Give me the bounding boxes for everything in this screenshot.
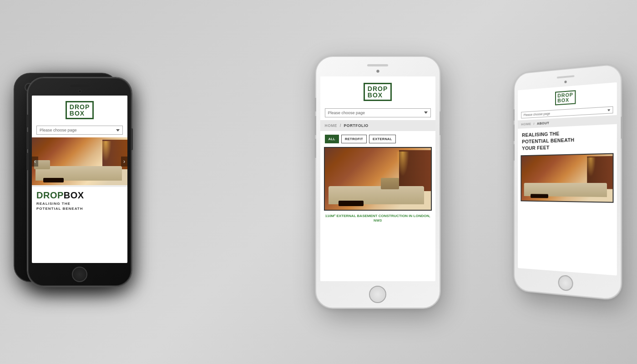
black-phone-screen: DROP BOX Please choose page	[32, 96, 127, 263]
phone-black-container: DROP BOX Please choose page	[27, 77, 132, 287]
right-about-heading: REALISING THE POTENTIAL BENEATH YOUR FEE…	[518, 124, 617, 155]
volume-down-button-icon	[26, 153, 28, 170]
black-logo-box: DROP BOX	[66, 101, 94, 119]
black-screen-content: DROP BOX Please choose page	[32, 96, 127, 263]
right-breadcrumb-separator: /	[534, 121, 536, 126]
lamp-glow-icon	[100, 141, 111, 162]
center-logo-area: DROP BOX	[320, 76, 435, 106]
phone-right: DROP BOX Please choose page HOME / ABOUT	[514, 63, 622, 301]
right-dropdown-arrow-icon	[607, 109, 610, 111]
black-brand-drop: DROP	[36, 190, 64, 200]
center-filter-buttons: ALL RETROFIT EXTERNAL	[320, 131, 435, 147]
plant2-icon	[381, 178, 399, 189]
right-camera-front-icon	[564, 81, 567, 83]
right-coffee-table-icon	[531, 194, 548, 198]
black-tagline: REALISING THE POTENTIAL BENEATH	[36, 201, 123, 211]
right-screen-content: DROP BOX Please choose page HOME / ABOUT	[518, 82, 617, 276]
right-home-button[interactable]	[558, 275, 573, 292]
right-volume-up-button-icon	[513, 125, 515, 142]
slider-left-arrow[interactable]: ‹	[32, 157, 38, 167]
black-dropdown-text: Please choose page	[40, 128, 77, 132]
center-screen-content: DROP BOX Please choose page HOME / PORTF…	[320, 76, 435, 281]
black-brand-box: BOX	[64, 190, 84, 200]
black-hero-text: DROPBOX REALISING THE POTENTIAL BENEATH	[32, 187, 127, 215]
center-project-title: 110M² EXTERNAL BASEMENT CONSTRUCTION IN …	[320, 211, 435, 227]
scene: DROP BOX Please choose page	[0, 0, 637, 364]
black-logo-drop: DROP	[70, 104, 90, 110]
mute-button-icon	[26, 115, 28, 127]
center-volume-down-button-icon	[314, 139, 316, 158]
center-earpiece-icon	[367, 64, 388, 66]
black-page-dropdown[interactable]: Please choose page	[36, 126, 123, 135]
black-hero-image: ‹ ›	[32, 137, 127, 185]
center-logo-box: DROP BOX	[364, 83, 392, 101]
center-home-button[interactable]	[369, 286, 386, 303]
center-volume-up-button-icon	[314, 116, 316, 135]
breadcrumb-separator: /	[340, 123, 343, 128]
right-breadcrumb-current: ABOUT	[537, 121, 549, 126]
lamp2-glow-icon	[396, 152, 409, 177]
filter-all-button[interactable]: ALL	[325, 135, 339, 143]
phone-center: DROP BOX Please choose page HOME / PORTF…	[315, 56, 440, 308]
center-page-dropdown[interactable]: Please choose page	[325, 108, 431, 117]
center-power-button-icon	[440, 111, 441, 135]
top-area	[28, 78, 131, 96]
phone-right-container: DROP BOX Please choose page HOME / ABOUT	[514, 63, 622, 301]
power-button-icon	[131, 128, 133, 150]
right-earpiece-icon	[556, 75, 574, 78]
black-home-button[interactable]	[72, 267, 87, 282]
phone-black-front: DROP BOX Please choose page	[27, 77, 132, 287]
right-dropdown-text: Please choose page	[524, 112, 550, 116]
right-phone-screen: DROP BOX Please choose page HOME / ABOUT	[518, 82, 617, 276]
coffee-table-icon	[43, 178, 64, 182]
phone-center-container: DROP BOX Please choose page HOME / PORTF…	[315, 56, 440, 308]
right-mute-button-icon	[513, 109, 515, 121]
right-logo-box-text: BOX	[557, 97, 573, 103]
center-dropdown-text: Please choose page	[328, 111, 365, 115]
center-dropdown-arrow-icon	[424, 111, 428, 114]
filter-retrofit-button[interactable]: RETROFIT	[341, 135, 367, 143]
center-top-area	[316, 57, 440, 76]
breadcrumb-home: HOME	[325, 123, 338, 128]
center-camera-front-icon	[376, 70, 379, 73]
center-logo-box-text: BOX	[368, 92, 388, 98]
black-logo-box-text: BOX	[70, 110, 90, 116]
center-phone-screen: DROP BOX Please choose page HOME / PORTF…	[320, 76, 435, 281]
coffee-table2-icon	[339, 201, 364, 206]
center-project-image	[324, 147, 432, 211]
center-mute-button-icon	[314, 98, 316, 111]
breadcrumb-current: PORTFOLIO	[344, 123, 369, 128]
black-brand-name: DROPBOX	[36, 191, 123, 200]
right-lamp-glow-icon	[586, 157, 596, 177]
right-about-image	[521, 153, 613, 202]
center-logo-drop: DROP	[368, 86, 388, 92]
filter-external-button[interactable]: EXTERNAL	[369, 135, 396, 143]
volume-up-button-icon	[26, 132, 28, 149]
camera-front-icon	[78, 90, 81, 93]
right-volume-down-button-icon	[513, 144, 515, 161]
right-logo-box: DROP BOX	[555, 90, 576, 105]
earpiece-icon	[70, 85, 89, 87]
center-breadcrumb: HOME / PORTFOLIO	[320, 120, 435, 131]
slider-right-arrow[interactable]: ›	[121, 157, 127, 167]
black-dropdown-arrow-icon	[116, 129, 120, 131]
black-logo-area: DROP BOX	[32, 96, 127, 123]
right-power-button-icon	[621, 116, 622, 138]
right-breadcrumb-home: HOME	[521, 122, 531, 126]
